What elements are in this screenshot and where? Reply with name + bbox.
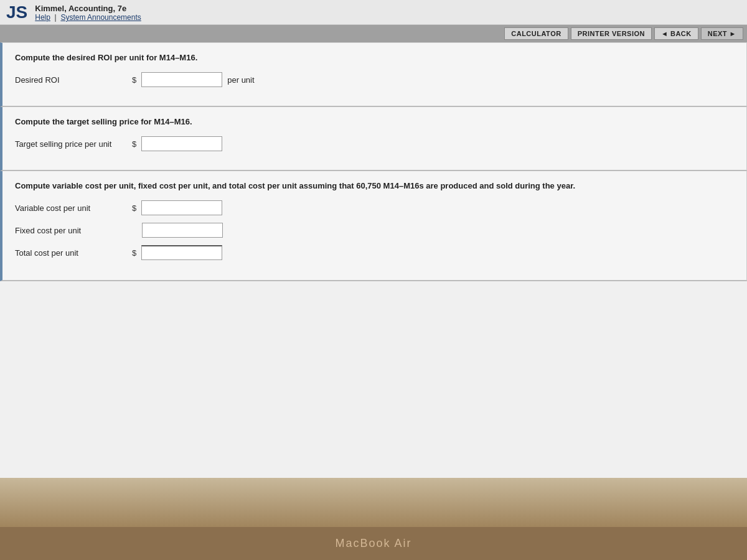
desired-roi-row: Desired ROI $ per unit	[15, 72, 734, 87]
shadow-area	[0, 478, 747, 528]
back-button[interactable]: ◄ BACK	[654, 27, 698, 40]
printer-version-button[interactable]: PRINTER VERSION	[571, 27, 652, 40]
system-announcements-link[interactable]: System Announcements	[60, 13, 141, 22]
total-cost-input[interactable]	[141, 245, 222, 260]
section-2-instruction: Compute the target selling price for M14…	[15, 117, 734, 126]
toolbar: CALCULATOR PRINTER VERSION ◄ BACK NEXT ►	[0, 25, 747, 42]
calculator-button[interactable]: CALCULATOR	[504, 27, 568, 40]
total-cost-row: Total cost per unit $	[15, 245, 734, 260]
header-links: Help | System Announcements	[35, 13, 141, 22]
total-cost-label: Total cost per unit	[15, 248, 127, 258]
help-link[interactable]: Help	[35, 13, 50, 22]
desired-roi-dollar: $	[132, 75, 136, 85]
fixed-cost-label: Fixed cost per unit	[15, 226, 127, 235]
header: JS Kimmel, Accounting, 7e Help | System …	[0, 0, 747, 25]
desired-roi-label: Desired ROI	[15, 75, 127, 85]
macbook-label: MacBook Air	[335, 537, 411, 549]
app-title: Kimmel, Accounting, 7e	[35, 4, 141, 13]
variable-cost-row: Variable cost per unit $	[15, 200, 734, 215]
fixed-cost-input[interactable]	[142, 223, 223, 238]
total-cost-dollar: $	[132, 248, 136, 258]
target-selling-price-label: Target selling price per unit	[15, 139, 127, 149]
desired-roi-suffix: per unit	[227, 75, 254, 85]
variable-cost-input[interactable]	[141, 200, 222, 215]
main-content: Compute the desired ROI per unit for M14…	[0, 42, 747, 478]
section-3: Compute variable cost per unit, fixed co…	[0, 171, 747, 281]
section-1-instruction: Compute the desired ROI per unit for M14…	[15, 53, 734, 62]
target-selling-price-input[interactable]	[141, 136, 222, 151]
variable-cost-label: Variable cost per unit	[15, 203, 127, 213]
variable-cost-dollar: $	[132, 203, 136, 213]
header-info: Kimmel, Accounting, 7e Help | System Ann…	[35, 4, 141, 22]
section-3-instruction: Compute variable cost per unit, fixed co…	[15, 181, 734, 190]
desired-roi-input[interactable]	[141, 72, 222, 87]
logo: JS	[6, 4, 27, 21]
target-selling-price-row: Target selling price per unit $	[15, 136, 734, 151]
section-2: Compute the target selling price for M14…	[0, 107, 747, 171]
target-selling-price-dollar: $	[132, 139, 136, 149]
fixed-cost-row: Fixed cost per unit	[15, 223, 734, 238]
footer-bar: MacBook Air	[0, 527, 747, 560]
next-button[interactable]: NEXT ►	[701, 27, 743, 40]
section-1: Compute the desired ROI per unit for M14…	[0, 42, 747, 107]
